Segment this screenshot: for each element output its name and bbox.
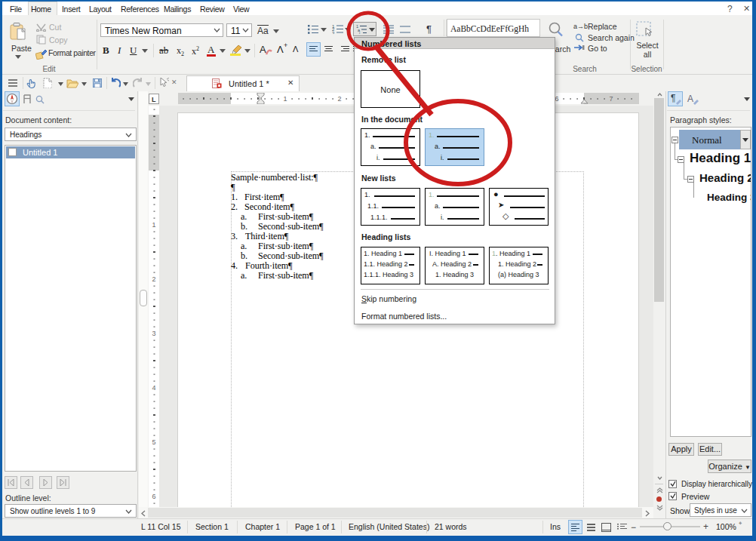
svg-text:5: 5 bbox=[152, 438, 155, 446]
svg-text:3: 3 bbox=[332, 31, 335, 35]
svg-text:i: i bbox=[359, 31, 360, 34]
svg-text:6: 6 bbox=[152, 493, 155, 500]
svg-text:4: 4 bbox=[152, 384, 155, 392]
svg-text:2: 2 bbox=[152, 275, 155, 283]
svg-text:6: 6 bbox=[555, 95, 558, 103]
svg-text:7: 7 bbox=[609, 95, 613, 103]
svg-text:1: 1 bbox=[283, 95, 287, 103]
svg-text:3: 3 bbox=[152, 330, 155, 337]
svg-text:1: 1 bbox=[152, 221, 155, 229]
svg-text:2: 2 bbox=[337, 95, 341, 103]
